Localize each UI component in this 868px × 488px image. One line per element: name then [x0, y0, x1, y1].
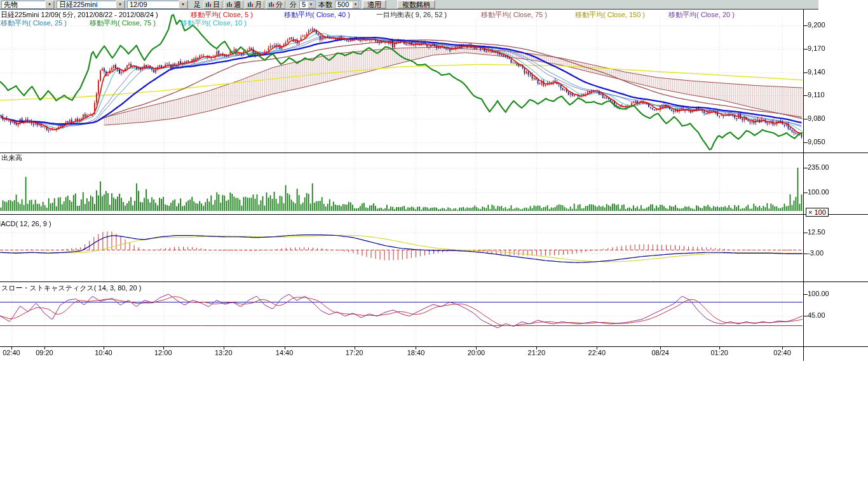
- bar-count-label: 本数: [318, 0, 332, 10]
- instrument-type-value: 先物: [4, 1, 18, 8]
- period-button-day[interactable]: 日: [203, 1, 222, 9]
- volume-panel-label: 出来高: [1, 153, 22, 163]
- legend-ma-close-75: 移動平均( Close, 75 ): [481, 10, 547, 20]
- legend-ma-close-20: 移動平均( Close, 20 ): [668, 10, 735, 20]
- legend-ma-close-75b: 移動平均( Close, 75 ): [90, 18, 156, 28]
- bar-count-input[interactable]: 500 ▼: [335, 1, 360, 9]
- chart-canvas[interactable]: [0, 0, 868, 362]
- minute-label: 分: [290, 0, 297, 10]
- mini-chart-icon: [206, 1, 212, 8]
- legend-ichimoku: 一目均衡表( 9, 26, 52 ): [376, 10, 447, 20]
- spinner-arrow-icon: ▼: [352, 1, 359, 8]
- period-button-month[interactable]: 月: [245, 1, 264, 9]
- legend-ma-close-150: 移動平均( Close, 150 ): [575, 10, 645, 20]
- mini-chart-icon: [269, 1, 275, 8]
- dropdown-arrow-icon: ▼: [116, 1, 125, 9]
- period-button-minute[interactable]: 分: [266, 1, 285, 9]
- volume-multiplier-badge: × 100: [806, 208, 829, 217]
- symbol-value: 日経225mini: [59, 1, 98, 8]
- contract-month-value: 12/09: [130, 1, 147, 8]
- legend-ma-close-10: 移動平均( Close, 10 ): [180, 18, 247, 28]
- legend-ma-close-40: 移動平均( Close, 40 ): [284, 10, 350, 20]
- contract-month-select[interactable]: 12/09 ▼: [127, 1, 188, 9]
- symbol-select[interactable]: 日経225mini ▼: [57, 1, 125, 9]
- legend-ma-close-25: 移動平均( Close, 25 ): [1, 18, 67, 28]
- toolbar: 先物 ▼ 日経225mini ▼ 12/09 ▼ 足 日 週 月 分 分 5 ▼…: [0, 0, 818, 10]
- dropdown-arrow-icon: ▼: [45, 1, 54, 9]
- minute-input[interactable]: 5 ▼: [299, 1, 316, 9]
- stochastics-panel-label: スロー・ストキャスティクス( 14, 3, 80, 20 ): [1, 283, 141, 293]
- dropdown-arrow-icon: ▼: [179, 1, 187, 9]
- instrument-type-select[interactable]: 先物 ▼: [1, 1, 55, 9]
- apply-button[interactable]: 適用: [362, 0, 386, 9]
- macd-panel-label: MACD( 12, 26, 9 ): [0, 220, 51, 227]
- mini-chart-icon: [227, 1, 233, 8]
- period-button-week[interactable]: 週: [224, 1, 243, 9]
- spinner-arrow-icon: ▼: [308, 1, 315, 8]
- mini-chart-icon: [248, 1, 254, 8]
- bar-type-label: 足: [194, 0, 201, 10]
- multi-symbol-button[interactable]: 複数銘柄: [397, 0, 435, 9]
